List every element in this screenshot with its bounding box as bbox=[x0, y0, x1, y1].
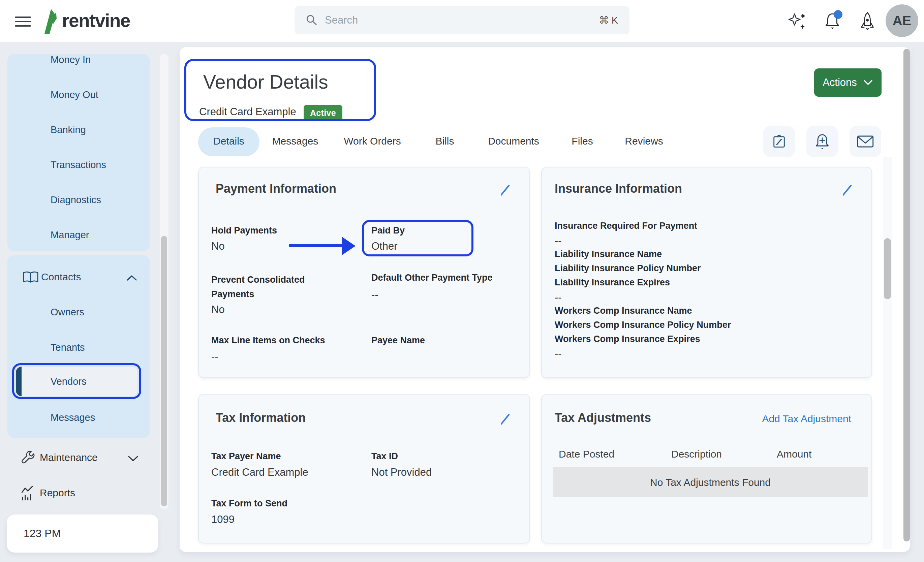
top-bar: rentvine ⌘ K bbox=[0, 0, 924, 42]
tab-messages[interactable]: Messages bbox=[272, 135, 318, 147]
tax-adjustments-card: Tax Adjustments Add Tax Adjustment Date … bbox=[541, 394, 872, 544]
sidebar-contacts-section: Contacts Owners Tenants Vendors Messages bbox=[8, 255, 150, 438]
search-input[interactable] bbox=[325, 14, 599, 26]
tab-files[interactable]: Files bbox=[572, 135, 593, 147]
default-other-payment-label: Default Other Payment Type bbox=[371, 273, 493, 283]
insurance-required-value: -- bbox=[555, 235, 562, 247]
vendor-details-screen: rentvine ⌘ K bbox=[0, 0, 924, 562]
content-scrollbar-track bbox=[883, 157, 892, 549]
sidebar-item-vendors-active[interactable]: Vendors bbox=[16, 367, 138, 396]
workers-comp-name-label: Workers Comp Insurance Name bbox=[555, 306, 692, 316]
tab-work-orders[interactable]: Work Orders bbox=[344, 135, 400, 147]
max-line-items-label: Max Line Items on Checks bbox=[211, 335, 325, 346]
avatar-initials: AE bbox=[892, 13, 912, 28]
liability-policy-label: Liability Insurance Policy Number bbox=[555, 263, 701, 274]
tab-bills[interactable]: Bills bbox=[435, 135, 454, 147]
tax-id-label: Tax ID bbox=[371, 451, 398, 462]
tax-payer-name-label: Tax Payer Name bbox=[211, 451, 281, 462]
whats-new-button[interactable] bbox=[858, 12, 877, 30]
actions-button-label: Actions bbox=[823, 76, 857, 88]
empty-state-row: No Tax Adjustments Found bbox=[553, 467, 868, 497]
prevent-consolidated-label: Prevent Consolidated Payments bbox=[211, 273, 316, 301]
active-item-bar bbox=[16, 367, 22, 396]
bell-plus-icon bbox=[814, 133, 830, 150]
edit-insurance-icon[interactable] bbox=[840, 183, 854, 196]
reports-chart-icon bbox=[20, 486, 36, 502]
tax-id-value: Not Provided bbox=[371, 466, 432, 478]
envelope-icon bbox=[857, 135, 874, 148]
edit-tax-icon[interactable] bbox=[498, 412, 512, 426]
insurance-required-label: Insurance Required For Payment bbox=[555, 221, 697, 231]
tax-form-value: 1099 bbox=[211, 514, 234, 526]
column-date-posted: Date Posted bbox=[559, 448, 614, 460]
notifications-button[interactable] bbox=[823, 12, 842, 30]
edit-payment-icon[interactable] bbox=[498, 183, 512, 196]
tab-reviews[interactable]: Reviews bbox=[625, 135, 663, 147]
sidebar-item-owners[interactable]: Owners bbox=[51, 307, 84, 318]
insurance-information-card: Insurance Information Insurance Required… bbox=[541, 167, 872, 378]
sidebar-item-contacts[interactable]: Contacts bbox=[41, 271, 81, 283]
max-line-items-value: -- bbox=[211, 351, 218, 363]
sidebar-item-vendors-label: Vendors bbox=[51, 376, 86, 387]
chevron-up-icon[interactable] bbox=[126, 274, 138, 282]
content-scrollbar-thumb[interactable] bbox=[884, 238, 891, 299]
rentvine-logo[interactable]: rentvine bbox=[40, 7, 130, 34]
add-reminder-button[interactable] bbox=[806, 126, 838, 157]
sidebar-item-banking[interactable]: Banking bbox=[51, 124, 86, 135]
sidebar-scrollbar-thumb[interactable] bbox=[161, 236, 167, 507]
wrench-icon bbox=[20, 450, 36, 466]
sidebar-item-manager[interactable]: Manager bbox=[51, 229, 89, 241]
actions-button[interactable]: Actions bbox=[814, 68, 882, 97]
ai-assistant-button[interactable] bbox=[788, 12, 807, 30]
payment-card-title: Payment Information bbox=[216, 181, 336, 196]
sidebar-item-diagnostics[interactable]: Diagnostics bbox=[51, 195, 101, 205]
sidebar-item-tenants[interactable]: Tenants bbox=[51, 342, 85, 353]
workers-comp-expires-label: Workers Comp Insurance Expires bbox=[555, 334, 700, 344]
add-note-button[interactable] bbox=[763, 126, 795, 157]
empty-state-message: No Tax Adjustments Found bbox=[650, 477, 771, 488]
menu-icon[interactable] bbox=[15, 13, 31, 27]
tab-documents[interactable]: Documents bbox=[488, 135, 539, 147]
tax-adjustments-title: Tax Adjustments bbox=[555, 411, 651, 425]
paid-by-value: Other bbox=[371, 240, 398, 252]
sidebar-item-messages[interactable]: Messages bbox=[51, 412, 95, 423]
page-title: Vendor Details bbox=[203, 71, 328, 93]
sidebar-item-money-out[interactable]: Money Out bbox=[51, 89, 98, 100]
sidebar-item-maintenance-label: Maintenance bbox=[40, 452, 98, 463]
user-avatar[interactable]: AE bbox=[886, 4, 918, 37]
company-switcher[interactable]: 123 PM bbox=[7, 514, 158, 553]
payee-name-label: Payee Name bbox=[371, 335, 425, 346]
status-badge: Active bbox=[304, 105, 342, 121]
annotation-arrow-line bbox=[289, 244, 343, 247]
sidebar-item-transactions[interactable]: Transactions bbox=[51, 159, 106, 171]
column-amount: Amount bbox=[777, 448, 812, 460]
tax-information-card: Tax Information Tax Payer Name Credit Ca… bbox=[198, 394, 530, 544]
prevent-consolidated-value: No bbox=[211, 304, 225, 316]
paid-by-label: Paid By bbox=[371, 225, 405, 236]
send-email-button[interactable] bbox=[849, 126, 881, 157]
liability-expires-label: Liability Insurance Expires bbox=[555, 277, 670, 288]
workers-comp-expires-value: -- bbox=[555, 348, 562, 360]
chevron-down-icon bbox=[128, 455, 139, 462]
workers-comp-policy-label: Workers Comp Insurance Policy Number bbox=[555, 320, 731, 330]
tax-form-label: Tax Form to Send bbox=[211, 498, 288, 509]
sidebar-item-money-in[interactable]: Money In bbox=[51, 54, 91, 65]
chevron-down-icon bbox=[863, 79, 873, 86]
sidebar-accounting-section: Money In Money Out Banking Transactions … bbox=[8, 54, 150, 251]
page-scrollbar-thumb[interactable] bbox=[903, 49, 910, 541]
sparkles-icon bbox=[788, 12, 806, 29]
add-tax-adjustment-link[interactable]: Add Tax Adjustment bbox=[762, 413, 851, 424]
liability-name-label: Liability Insurance Name bbox=[555, 249, 662, 259]
liability-expires-value: -- bbox=[555, 291, 562, 304]
search-shortcut: ⌘ K bbox=[599, 15, 618, 26]
clipboard-pencil-icon bbox=[771, 133, 787, 150]
search-bar[interactable]: ⌘ K bbox=[294, 6, 630, 34]
tab-details[interactable]: Details bbox=[213, 135, 244, 147]
logo-text: rentvine bbox=[62, 10, 130, 31]
sidebar-item-reports-label: Reports bbox=[40, 487, 75, 499]
vendor-name: Credit Card Example bbox=[199, 106, 296, 118]
default-other-payment-value: -- bbox=[371, 289, 378, 301]
hold-payments-label: Hold Payments bbox=[211, 225, 277, 236]
search-icon bbox=[306, 15, 317, 26]
company-name: 123 PM bbox=[24, 527, 61, 540]
